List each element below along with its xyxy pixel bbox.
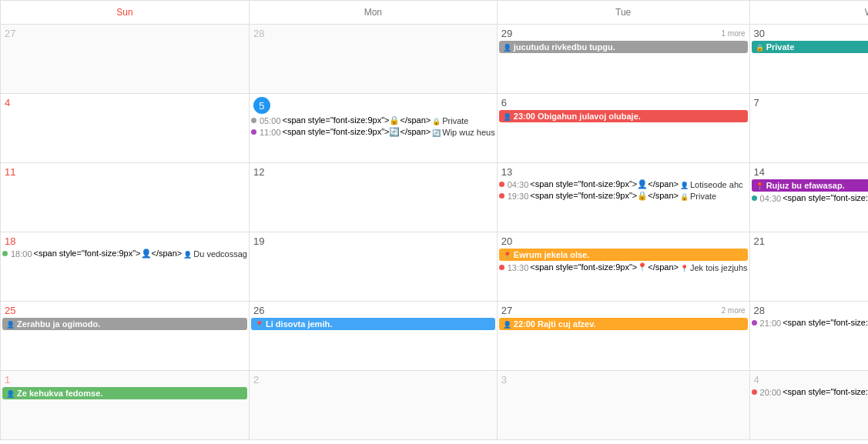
day-cell: 7 [750,94,868,163]
more-link[interactable]: 1 more [721,29,745,38]
day-cell: 26📍 Li disovta jemih. [250,302,498,371]
day-cell: 2821:00 <span style="font-size:9px">⊘</s… [750,302,868,371]
day-number-row: 18 [2,234,247,249]
event-dot [499,193,504,199]
day-number[interactable]: 27 [5,28,15,39]
event-inline[interactable]: 04:30 <span style="font-size:9px">🔄</spa… [752,193,868,203]
event-inline[interactable]: 20:00 <span style="font-size:9px">📍</spa… [752,387,868,397]
event-dot [752,195,757,201]
event-block[interactable]: 👤 Zerahbu ja ogimodo. [2,318,247,330]
day-number[interactable]: 3 [501,374,507,386]
repeat-icon: 🔄 [432,128,441,137]
event-dot [2,251,8,256]
day-number-row: 5 [251,95,495,115]
event-inline[interactable]: 18:00 <span style="font-size:9px">👤</spa… [2,249,247,259]
day-number[interactable]: 30 [754,28,765,39]
day-number-row: 3 [499,372,748,387]
day-number[interactable]: 27 [501,305,512,316]
event-block[interactable]: 📍 Rujuz bu efawasap. [752,179,868,192]
event-time: 11:00 [260,128,281,137]
event-dot [499,265,504,270]
event-block[interactable]: 📍 Ewrum jekela olse. [499,249,748,261]
event-time: 13:30 [508,263,529,272]
day-cell: 1818:00 <span style="font-size:9px">👤</s… [1,232,250,302]
day-number[interactable]: 25 [5,305,15,316]
day-number[interactable]: 4 [754,374,759,386]
person-icon: 👤 [680,180,689,189]
event-time: 20:00 [760,388,782,397]
day-header-wed: Wed [750,1,868,25]
day-number-row: 1 [2,372,247,387]
event-time: 21:00 [760,319,782,328]
day-number[interactable]: 28 [754,305,765,316]
day-number[interactable]: 1 [5,374,10,386]
event-inline[interactable]: 13:30 <span style="font-size:9px">📍</spa… [499,262,748,272]
day-number-row: 7 [752,95,868,110]
day-number-row: 272 more [499,303,748,318]
more-link[interactable]: 2 more [721,306,745,315]
day-number-row: 2 [251,372,495,387]
day-number[interactable]: 7 [754,97,759,108]
day-cell: 11 [1,163,250,232]
day-number[interactable]: 14 [754,166,765,178]
day-cell: 21 [750,232,868,302]
day-cell: 291 more👤 jucutudu rivkedbu tupgu. [498,25,750,94]
day-number[interactable]: 6 [501,97,507,108]
day-number-row: 27 [2,26,247,41]
event-dot [752,389,757,395]
event-label: Du vedcossag [193,249,247,259]
event-block[interactable]: 👤 23:00 Obigahun julavoj olubaje. [499,110,748,122]
day-cell: 142 more📍 Rujuz bu efawasap.04:30 <span … [750,163,868,232]
day-number-row: 6 [499,95,748,110]
event-time: 18:00 [11,249,32,259]
event-inline[interactable]: 11:00 <span style="font-size:9px">🔄</spa… [251,127,495,137]
day-header-sun: Sun [1,1,250,25]
person-icon: 👤 [183,249,192,259]
day-number[interactable]: 5 [253,97,270,114]
day-number-row: 142 more [752,165,868,179]
event-block[interactable]: 🔒 Private [752,41,868,53]
location-icon: 📍 [680,263,689,272]
event-inline[interactable]: 21:00 <span style="font-size:9px">⊘</spa… [752,318,868,328]
day-cell: 4 [1,94,250,163]
day-number[interactable]: 13 [501,166,512,178]
day-number[interactable]: 18 [5,235,15,247]
event-block[interactable]: 📍 Li disovta jemih. [251,318,495,330]
day-cell: 25👤 Zerahbu ja ogimodo. [1,302,250,371]
day-number-row: 25 [2,303,247,318]
event-inline[interactable]: 05:00 <span style="font-size:9px">🔒</spa… [251,115,495,125]
day-header-mon: Mon [250,1,498,25]
event-block[interactable]: 👤 jucutudu rivkedbu tupgu. [499,41,748,53]
day-number[interactable]: 11 [5,166,15,178]
day-number[interactable]: 20 [501,235,512,247]
event-block[interactable]: 👤 22:00 Rajti cuj afzev. [499,318,748,330]
day-cell: 505:00 <span style="font-size:9px">🔒</sp… [250,94,498,163]
day-number-row: 12 [251,165,495,179]
event-label: Lotiseode ahc [690,180,743,189]
day-cell: 2 [250,371,498,440]
event-block[interactable]: 👤 Ze kehukva fedomse. [2,387,247,399]
day-number[interactable]: 12 [253,166,264,178]
event-inline[interactable]: 19:30 <span style="font-size:9px">🔒</spa… [499,191,748,201]
day-cell: 1👤 Ze kehukva fedomse. [1,371,250,440]
event-label: Jek tois jezjuhs [690,263,748,272]
day-number[interactable]: 19 [253,235,264,247]
event-time: 19:30 [508,192,529,201]
event-inline[interactable]: 04:30 <span style="font-size:9px">👤</spa… [499,179,748,189]
event-dot [251,129,256,135]
day-number[interactable]: 29 [501,28,512,39]
day-number[interactable]: 21 [754,235,765,247]
day-number[interactable]: 28 [253,28,264,39]
day-number[interactable]: 2 [253,374,259,386]
day-number[interactable]: 4 [5,97,10,108]
day-cell: 3 [498,371,750,440]
event-time: 04:30 [760,194,782,203]
event-dot [752,320,757,325]
event-dot [499,182,504,187]
day-number-row: 291 more [499,26,748,41]
day-number-row: 13 [499,165,748,179]
day-number[interactable]: 26 [253,305,264,316]
day-number-row: 28 [752,303,868,318]
day-number-row: 26 [251,303,495,318]
day-cell: 28 [250,25,498,94]
